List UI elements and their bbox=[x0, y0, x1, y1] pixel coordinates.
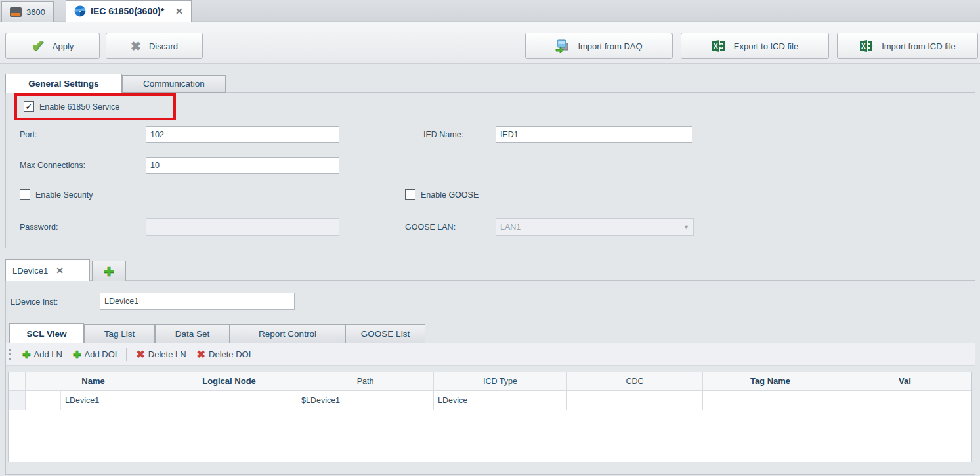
enable-security-checkbox[interactable] bbox=[20, 189, 30, 200]
export-icd-icon: X bbox=[712, 39, 726, 53]
discard-button[interactable]: ✖ Discard bbox=[106, 33, 203, 59]
tab-device-3600[interactable]: 3600 bbox=[1, 1, 54, 22]
enable-goose-checkbox[interactable] bbox=[405, 189, 415, 200]
svg-text:X: X bbox=[861, 43, 866, 50]
cell-logical-node[interactable] bbox=[161, 391, 297, 410]
tab-ldevice1-label: LDevice1 bbox=[12, 266, 48, 276]
column-header-cdc[interactable]: CDC bbox=[567, 372, 703, 390]
add-doi-label: Add DOI bbox=[85, 349, 117, 359]
import-daq-label: Import from DAQ bbox=[578, 41, 642, 51]
close-icon[interactable]: ✕ bbox=[175, 6, 183, 16]
column-header-path[interactable]: Path bbox=[297, 372, 434, 390]
import-icd-label: Import from ICD file bbox=[882, 41, 956, 51]
column-header-name[interactable]: Name bbox=[26, 372, 161, 390]
tab-data-set-label: Data Set bbox=[175, 329, 210, 339]
chevron-down-icon: ▼ bbox=[683, 224, 689, 230]
max-connections-input[interactable] bbox=[146, 157, 339, 174]
plus-icon: ✚ bbox=[22, 349, 31, 359]
x-icon: ✖ bbox=[131, 40, 141, 53]
discard-label: Discard bbox=[149, 41, 178, 51]
goose-lan-label: GOOSE LAN: bbox=[405, 223, 456, 232]
delete-doi-button[interactable]: ✖ Delete DOI bbox=[192, 349, 257, 360]
password-label: Password: bbox=[20, 223, 58, 232]
tab-scl-view[interactable]: SCL View bbox=[9, 323, 84, 343]
scl-data-grid: Name Logical Node Path ICD Type CDC Tag … bbox=[8, 372, 972, 462]
import-from-icd-button[interactable]: X Import from ICD file bbox=[837, 33, 978, 59]
main-toolbar: ✔ Apply ✖ Discard Import from DAQ X Expo… bbox=[0, 22, 980, 64]
add-doi-button[interactable]: ✚ Add DOI bbox=[68, 349, 122, 359]
tree-indent bbox=[26, 391, 61, 410]
apply-button[interactable]: ✔ Apply bbox=[5, 33, 100, 59]
tab-tag-list-label: Tag List bbox=[104, 329, 135, 339]
goose-lan-dropdown[interactable]: LAN1 ▼ bbox=[496, 218, 694, 236]
tab-communication[interactable]: Communication bbox=[122, 75, 226, 93]
column-header-tag-name[interactable]: Tag Name bbox=[703, 372, 838, 390]
delete-doi-label: Delete DOI bbox=[209, 349, 251, 359]
ldevice-inst-label: LDevice Inst: bbox=[11, 297, 58, 307]
tab-goose-list-label: GOOSE List bbox=[361, 329, 410, 339]
tab-ldevice1[interactable]: LDevice1 ✕ bbox=[5, 259, 90, 281]
toolbar-separator bbox=[126, 348, 127, 361]
cell-cdc[interactable] bbox=[567, 391, 703, 410]
enable-security-label: Enable Security bbox=[35, 190, 93, 200]
tab-iec-61850[interactable]: IEC 61850(3600)* ✕ bbox=[66, 0, 192, 22]
port-label: Port: bbox=[20, 130, 37, 139]
cell-val[interactable] bbox=[838, 391, 971, 410]
check-icon: ✔ bbox=[32, 38, 45, 54]
tab-general-settings[interactable]: General Settings bbox=[5, 74, 122, 93]
row-selector-cell[interactable] bbox=[9, 391, 26, 410]
max-connections-label: Max Connections: bbox=[20, 161, 85, 170]
import-icd-icon: X bbox=[859, 39, 874, 53]
ied-name-input[interactable] bbox=[496, 126, 692, 143]
column-header-val[interactable]: Val bbox=[838, 372, 971, 390]
tab-tag-list[interactable]: Tag List bbox=[84, 324, 155, 343]
cell-tag-name[interactable] bbox=[703, 391, 838, 410]
add-ln-button[interactable]: ✚ Add LN bbox=[17, 349, 68, 359]
iec-61850-icon bbox=[74, 5, 86, 17]
cell-name[interactable]: LDevice1 bbox=[26, 391, 161, 410]
tab-device-label: 3600 bbox=[26, 7, 45, 17]
delete-ln-button[interactable]: ✖ Delete LN bbox=[131, 349, 191, 360]
delete-icon: ✖ bbox=[136, 349, 144, 360]
delete-icon: ✖ bbox=[197, 349, 205, 360]
row-selector-header bbox=[9, 372, 26, 390]
tab-report-control[interactable]: Report Control bbox=[230, 324, 345, 343]
tab-communication-label: Communication bbox=[143, 79, 205, 89]
grid-header-row: Name Logical Node Path ICD Type CDC Tag … bbox=[9, 372, 971, 391]
scl-grid-toolbar: ✚ Add LN ✚ Add DOI ✖ Delete LN ✖ Delete … bbox=[6, 343, 975, 366]
highlight-rectangle bbox=[14, 93, 176, 120]
tab-iec-label: IEC 61850(3600)* bbox=[91, 6, 164, 16]
port-input[interactable] bbox=[146, 126, 339, 143]
add-ln-label: Add LN bbox=[34, 349, 62, 359]
ied-name-label: IED Name: bbox=[423, 130, 463, 139]
export-icd-label: Export to ICD file bbox=[734, 41, 798, 51]
tab-general-settings-label: General Settings bbox=[28, 79, 98, 89]
cell-path[interactable]: $LDevice1 bbox=[297, 391, 434, 410]
apply-label: Apply bbox=[53, 41, 74, 51]
svg-text:X: X bbox=[714, 43, 718, 50]
ldevice-inst-input[interactable] bbox=[100, 293, 295, 310]
toolbar-grip-handle[interactable] bbox=[9, 349, 11, 360]
tab-data-set[interactable]: Data Set bbox=[155, 324, 230, 343]
password-input[interactable] bbox=[146, 218, 339, 236]
enable-goose-label: Enable GOOSE bbox=[421, 190, 479, 200]
goose-lan-value: LAN1 bbox=[500, 223, 521, 232]
device-icon bbox=[10, 7, 22, 17]
plus-icon: ✚ bbox=[73, 349, 81, 359]
export-to-icd-button[interactable]: X Export to ICD file bbox=[681, 33, 829, 59]
column-header-icd-type[interactable]: ICD Type bbox=[434, 372, 567, 390]
column-header-logical-node[interactable]: Logical Node bbox=[161, 372, 297, 390]
tab-report-control-label: Report Control bbox=[259, 329, 316, 339]
delete-ln-label: Delete LN bbox=[148, 349, 186, 359]
import-from-daq-button[interactable]: Import from DAQ bbox=[525, 33, 673, 59]
add-ldevice-tab[interactable]: ✚ bbox=[92, 261, 126, 281]
tab-scl-view-label: SCL View bbox=[26, 329, 66, 339]
plus-icon: ✚ bbox=[104, 265, 114, 278]
document-tab-bar: 3600 IEC 61850(3600)* ✕ bbox=[0, 0, 980, 22]
cell-icd-type[interactable]: LDevice bbox=[434, 391, 567, 410]
table-row[interactable]: LDevice1 $LDevice1 LDevice bbox=[9, 391, 971, 410]
tab-goose-list[interactable]: GOOSE List bbox=[345, 324, 425, 343]
import-daq-icon bbox=[555, 39, 570, 53]
close-icon[interactable]: ✕ bbox=[56, 265, 64, 276]
